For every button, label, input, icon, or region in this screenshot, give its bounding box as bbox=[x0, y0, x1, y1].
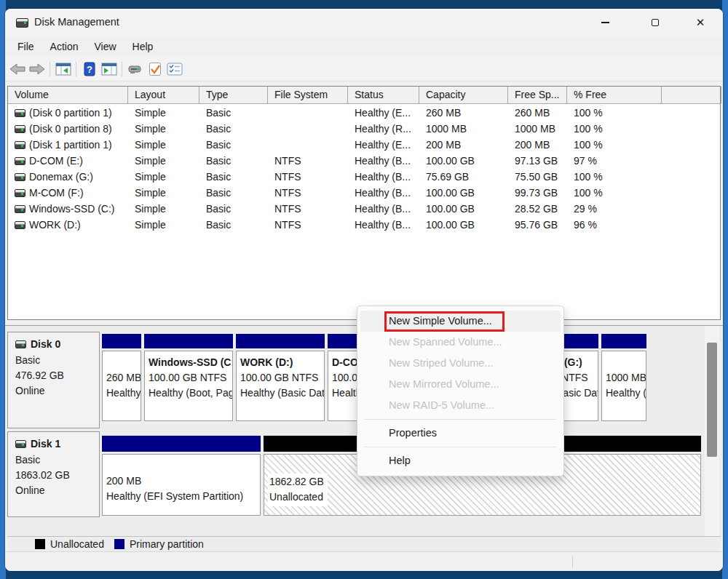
column-header-% Free[interactable]: % Free bbox=[567, 87, 662, 103]
toolbar: ? bbox=[5, 57, 723, 81]
volume-icon bbox=[15, 157, 25, 165]
table-row[interactable]: (Disk 0 partition 1)SimpleBasicHealthy (… bbox=[8, 105, 720, 121]
cell: 95.76 GB bbox=[508, 217, 567, 233]
partition-name: Windows-SSD (C:) bbox=[149, 355, 232, 370]
volume-icon bbox=[15, 141, 25, 149]
partition-capacity: 200 MB bbox=[106, 474, 260, 489]
disk-label-0[interactable]: Disk 0Basic476.92 GBOnline bbox=[7, 332, 100, 428]
column-header-Layout[interactable]: Layout bbox=[128, 87, 199, 103]
cell: 1000 MB bbox=[508, 121, 567, 137]
close-icon: ✕ bbox=[696, 16, 705, 29]
cell: Healthy (R... bbox=[348, 121, 419, 137]
cell: Basic bbox=[199, 169, 268, 185]
cell: Basic bbox=[199, 185, 268, 201]
column-header-Status[interactable]: Status bbox=[348, 87, 419, 103]
cell: Healthy (B... bbox=[348, 153, 419, 169]
toolbar-separator bbox=[76, 62, 76, 76]
column-header-File System[interactable]: File System bbox=[268, 87, 348, 103]
column-header-blank[interactable] bbox=[662, 87, 721, 103]
menu-item-help[interactable]: Help bbox=[360, 450, 561, 471]
cell: 200 MB bbox=[419, 137, 508, 153]
volume-icon bbox=[15, 173, 25, 181]
partition-color-bar bbox=[236, 334, 325, 348]
partition-Healthy (EFI System Partition)[interactable]: 200 MBHealthy (EFI System Partition) bbox=[102, 431, 261, 516]
table-row[interactable]: WORK (D:)SimpleBasicNTFSHealthy (B...100… bbox=[8, 217, 720, 233]
table-row[interactable]: (Disk 1 partition 1)SimpleBasicHealthy (… bbox=[8, 137, 720, 153]
partition-Healthy (Recovery Partition)[interactable]: 1000 MBHealthy (Recovery Partition) bbox=[601, 332, 646, 421]
cell: Simple bbox=[128, 105, 199, 121]
unallocated-label: 1862.82 GBUnallocated bbox=[268, 474, 328, 506]
table-row[interactable]: D-COM (E:)SimpleBasicNTFSHealthy (B...10… bbox=[8, 153, 720, 169]
column-header-Capacity[interactable]: Capacity bbox=[419, 87, 508, 103]
svg-text:?: ? bbox=[87, 64, 92, 75]
partition-body[interactable]: 200 MBHealthy (EFI System Partition) bbox=[102, 454, 261, 516]
partition-Healthy (EFI System Partition)[interactable]: 260 MBHealthy (EFI System Partition) bbox=[102, 332, 141, 421]
partition-color-bar bbox=[102, 436, 261, 452]
column-header-Type[interactable]: Type bbox=[199, 87, 268, 103]
partition-name bbox=[106, 355, 141, 370]
cell: 96 % bbox=[567, 217, 662, 233]
menu-item-new-spanned-volume: New Spanned Volume... bbox=[360, 332, 561, 353]
window-title: Disk Management bbox=[34, 16, 119, 28]
cell: 29 % bbox=[567, 201, 662, 217]
column-header-Free Sp...[interactable]: Free Sp... bbox=[508, 87, 567, 103]
console-window-button[interactable] bbox=[125, 60, 145, 79]
partition-body[interactable]: WORK (D:)100.00 GB NTFSHealthy (Basic Da… bbox=[236, 351, 325, 421]
partition-body[interactable]: 1000 MBHealthy (Recovery Partition) bbox=[601, 351, 646, 421]
disk-status: Online bbox=[15, 383, 99, 399]
title-bar[interactable]: Disk Management ✕ bbox=[5, 9, 723, 36]
disk-status: Online bbox=[15, 483, 99, 498]
partition-status: Healthy (Boot, Page File, Crash Dump, Ba… bbox=[149, 386, 232, 401]
cell: Basic bbox=[199, 137, 268, 153]
partition-WORK (D:)[interactable]: WORK (D:)100.00 GB NTFSHealthy (Basic Da… bbox=[236, 332, 325, 421]
cell: Basic bbox=[199, 121, 268, 137]
forward-button[interactable] bbox=[27, 60, 47, 79]
menu-help[interactable]: Help bbox=[124, 39, 162, 55]
table-row[interactable]: Donemax (G:)SimpleBasicNTFSHealthy (B...… bbox=[8, 169, 720, 185]
forward-arrow-icon bbox=[28, 63, 46, 76]
table-row[interactable]: M-COM (F:)SimpleBasicNTFSHealthy (B...10… bbox=[8, 185, 720, 201]
menu-file[interactable]: File bbox=[9, 39, 42, 55]
partition-body[interactable]: 260 MBHealthy (EFI System Partition) bbox=[102, 351, 141, 421]
show-action-pane-button[interactable] bbox=[99, 60, 119, 79]
action-pane-icon bbox=[101, 63, 117, 76]
back-button[interactable] bbox=[7, 60, 27, 79]
cell: Healthy (E... bbox=[348, 137, 419, 153]
partition-Windows-SSD (C:)[interactable]: Windows-SSD (C:)100.00 GB NTFSHealthy (B… bbox=[144, 332, 233, 421]
maximize-button[interactable] bbox=[638, 9, 673, 36]
partition-name bbox=[606, 355, 646, 370]
disk-icon bbox=[15, 440, 26, 448]
menu-item-new-mirrored-volume: New Mirrored Volume... bbox=[360, 374, 561, 395]
show-console-tree-button[interactable] bbox=[53, 60, 73, 79]
table-row[interactable]: Windows-SSD (C:)SimpleBasicNTFSHealthy (… bbox=[8, 201, 720, 217]
cell: 97 % bbox=[567, 153, 662, 169]
legend-swatch bbox=[114, 539, 124, 549]
minimize-button[interactable] bbox=[587, 9, 622, 36]
table-row[interactable]: (Disk 0 partition 8)SimpleBasicHealthy (… bbox=[8, 121, 720, 137]
help-button[interactable]: ? bbox=[79, 60, 99, 79]
menu-view[interactable]: View bbox=[86, 39, 124, 55]
scrollbar-thumb[interactable] bbox=[707, 343, 717, 457]
menu-item-properties[interactable]: Properties bbox=[360, 423, 561, 444]
cell: 99.73 GB bbox=[508, 185, 567, 201]
vertical-scrollbar[interactable] bbox=[705, 326, 719, 537]
properties-list-button[interactable] bbox=[165, 60, 184, 79]
volume-icon bbox=[15, 125, 25, 133]
close-button[interactable]: ✕ bbox=[683, 9, 718, 36]
check-document-button[interactable] bbox=[145, 60, 165, 79]
properties-list-icon bbox=[167, 63, 183, 76]
partition-body[interactable]: Windows-SSD (C:)100.00 GB NTFSHealthy (B… bbox=[144, 351, 233, 421]
cell: 100.00 GB bbox=[419, 153, 508, 169]
partition-color-bar bbox=[601, 334, 646, 348]
menu-action[interactable]: Action bbox=[42, 39, 87, 55]
cell: 100 % bbox=[567, 137, 662, 153]
cell: 75.69 GB bbox=[419, 169, 508, 185]
partition-color-bar bbox=[102, 334, 141, 348]
volume-cell: WORK (D:) bbox=[8, 217, 128, 233]
menu-item-new-raid-5-volume: New RAID-5 Volume... bbox=[360, 395, 561, 416]
column-header-Volume[interactable]: Volume bbox=[8, 87, 128, 103]
volume-cell: Windows-SSD (C:) bbox=[8, 201, 128, 217]
disk-label-1[interactable]: Disk 1Basic1863.02 GBOnline bbox=[7, 431, 100, 517]
partition-name: WORK (D:) bbox=[240, 355, 324, 370]
volume-icon bbox=[15, 205, 25, 213]
